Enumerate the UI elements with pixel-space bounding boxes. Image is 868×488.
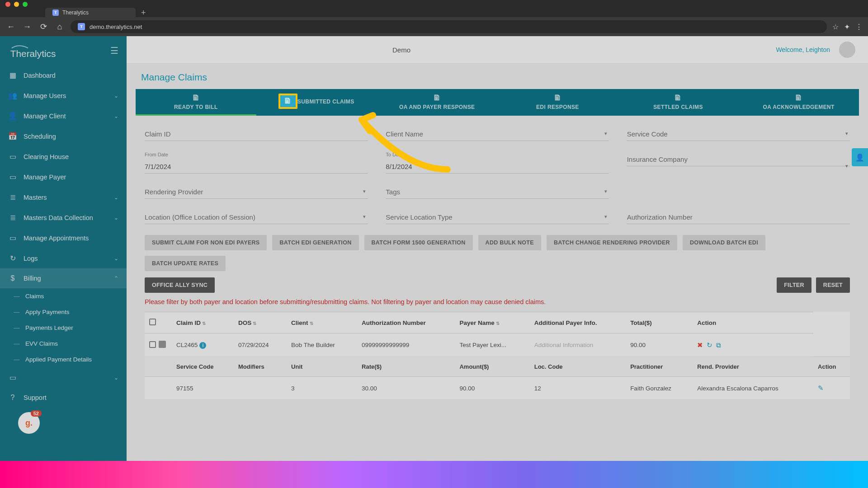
from-date-input[interactable]: [145, 159, 368, 174]
nav-reports[interactable]: ▭⌄: [0, 367, 127, 388]
row-checkbox[interactable]: [149, 341, 156, 348]
badge-count: 52: [31, 410, 42, 417]
cell-loc: 12: [530, 377, 626, 400]
tab-oa-payer-response[interactable]: 🗎OA AND PAYER RESPONSE: [377, 89, 497, 116]
tab-ready-to-bill[interactable]: 🗎READY TO BILL: [136, 89, 256, 116]
back-button[interactable]: ←: [5, 22, 16, 32]
batch-edi-button[interactable]: BATCH EDI GENERATION: [272, 235, 359, 250]
refresh-icon[interactable]: ↻: [707, 341, 712, 349]
client-name-input[interactable]: [386, 127, 609, 141]
filter-insurance: [627, 152, 850, 174]
select-all-checkbox[interactable]: [149, 319, 156, 325]
chevron-down-icon: ⌄: [114, 255, 118, 262]
extensions-icon[interactable]: ✦: [844, 23, 850, 31]
cell-dos: 07/29/2024: [234, 333, 287, 357]
insurance-input[interactable]: [627, 152, 850, 166]
url-bar[interactable]: T demo.theralytics.net: [71, 20, 827, 33]
user-icon: 👤: [8, 112, 17, 120]
filter-tags: [386, 184, 609, 199]
delete-icon[interactable]: ✖: [697, 341, 703, 349]
service-code-input[interactable]: [627, 127, 850, 141]
browser-tab[interactable]: T Theralytics: [45, 8, 136, 18]
subnav-evv-claims[interactable]: EVV Claims: [11, 336, 127, 352]
batch-render-button[interactable]: BATCH CHANGE RENDERING PROVIDER: [547, 235, 677, 250]
nav-manage-payer[interactable]: ▭Manage Payer: [0, 167, 127, 187]
tags-input[interactable]: [386, 184, 609, 199]
nav-logs[interactable]: ↻Logs⌄: [0, 248, 127, 268]
side-help-button[interactable]: 👤: [852, 148, 868, 166]
tab-oa-ack[interactable]: 🗎OA ACKNOWLEDGEMENT: [738, 89, 859, 116]
chevron-down-icon: ⌄: [114, 93, 118, 99]
filter-service-code: [627, 127, 850, 141]
reload-button[interactable]: ⟳: [38, 22, 49, 32]
location-input[interactable]: [145, 210, 368, 224]
sub-header-row: Service Code Modifiers Unit Rate($) Amou…: [145, 357, 850, 377]
topbar: Demo Welcome, Leighton: [127, 36, 868, 64]
download-edi-button[interactable]: DOWNLOAD BATCH EDI: [683, 235, 765, 250]
submit-non-edi-button[interactable]: SUBMIT CLAIM FOR NON EDI PAYERS: [145, 235, 267, 250]
warning-message: Please filter by both payer and location…: [127, 296, 868, 312]
nav-list: ▦Dashboard 👥Manage Users⌄ 👤Manage Client…: [0, 65, 127, 461]
cell-amount: 90.00: [455, 377, 529, 400]
col-claim-id[interactable]: Claim ID⇅: [172, 312, 234, 333]
card-icon: ▭: [8, 152, 17, 161]
home-button[interactable]: ⌂: [54, 22, 65, 32]
subnav-applied-payment[interactable]: Applied Payment Details: [11, 352, 127, 367]
forward-button[interactable]: →: [22, 22, 33, 32]
org-selector[interactable]: Demo: [392, 46, 410, 54]
sidebar-toggle-icon[interactable]: ☰: [110, 45, 118, 56]
nav-appointments[interactable]: ▭Manage Appointments: [0, 228, 127, 248]
subnav-payments-ledger[interactable]: Payments Ledger: [11, 320, 127, 336]
tab-submitted-claims[interactable]: 🗎SUBMITTED CLAIMS: [256, 89, 377, 116]
bulk-note-button[interactable]: ADD BULK NOTE: [478, 235, 541, 250]
browser-titlebar: [0, 0, 868, 8]
tab-edi-response[interactable]: 🗎EDI RESPONSE: [497, 89, 618, 116]
subnav-claims[interactable]: Claims: [11, 288, 127, 304]
cell-practitioner: Faith Gonzalez: [626, 377, 693, 400]
clipboard-icon: ▭: [8, 373, 17, 382]
col-client[interactable]: Client⇅: [287, 312, 357, 333]
nav-masters-data[interactable]: ≣Masters Data Collection⌄: [0, 207, 127, 228]
main-content: Demo Welcome, Leighton Manage Claims 🗎RE…: [127, 36, 868, 461]
window-maximize[interactable]: [23, 2, 28, 7]
nav-dashboard[interactable]: ▦Dashboard: [0, 65, 127, 85]
window-close[interactable]: [5, 2, 10, 7]
claim-id-input[interactable]: [145, 127, 368, 141]
col-dos[interactable]: DOS⇅: [234, 312, 287, 333]
notification-badge[interactable]: g. 52: [18, 412, 40, 434]
nav-billing[interactable]: $Billing⌃: [0, 268, 127, 288]
nav-masters[interactable]: ≣Masters⌄: [0, 187, 127, 207]
edit-icon[interactable]: ✎: [818, 384, 824, 392]
subnav-apply-payments[interactable]: Apply Payments: [11, 304, 127, 320]
reset-button[interactable]: RESET: [816, 277, 850, 293]
menu-icon[interactable]: ⋮: [855, 23, 863, 31]
rendering-input[interactable]: [145, 184, 368, 199]
nav-support[interactable]: ?Support: [0, 388, 127, 408]
auth-number-input[interactable]: [627, 210, 850, 224]
bookmark-icon[interactable]: ☆: [832, 23, 839, 31]
sort-icon: ⇅: [496, 321, 500, 326]
avatar[interactable]: [839, 42, 855, 58]
office-ally-button[interactable]: OFFICE ALLY SYNC: [145, 277, 215, 293]
cell-addl-info[interactable]: Additional Information: [530, 333, 626, 357]
nav-scheduling[interactable]: 📅Scheduling: [0, 126, 127, 146]
info-icon[interactable]: i: [199, 342, 206, 349]
tab-settled-claims[interactable]: 🗎SETTLED CLAIMS: [618, 89, 739, 116]
nav-manage-client[interactable]: 👤Manage Client⌄: [0, 106, 127, 126]
copy-icon[interactable]: ⧉: [716, 341, 721, 349]
page-title: Manage Claims: [127, 64, 868, 89]
to-date-input[interactable]: [386, 159, 609, 174]
new-tab-button[interactable]: +: [141, 8, 146, 18]
service-location-input[interactable]: [386, 210, 609, 224]
sync-row: OFFICE ALLY SYNC FILTER RESET: [127, 277, 868, 296]
cell-payer: Test Payer Lexi...: [455, 333, 529, 357]
nav-manage-users[interactable]: 👥Manage Users⌄: [0, 85, 127, 106]
filter-button[interactable]: FILTER: [777, 277, 811, 293]
batch-1500-button[interactable]: BATCH FORM 1500 GENERATION: [364, 235, 473, 250]
nav-clearing-house[interactable]: ▭Clearing House: [0, 146, 127, 167]
collapse-icon[interactable]: [159, 341, 166, 348]
window-minimize[interactable]: [14, 2, 19, 7]
batch-rates-button[interactable]: BATCH UPDATE RATES: [145, 256, 226, 271]
col-payer[interactable]: Payer Name⇅: [455, 312, 529, 333]
billing-submenu: Claims Apply Payments Payments Ledger EV…: [0, 288, 127, 367]
